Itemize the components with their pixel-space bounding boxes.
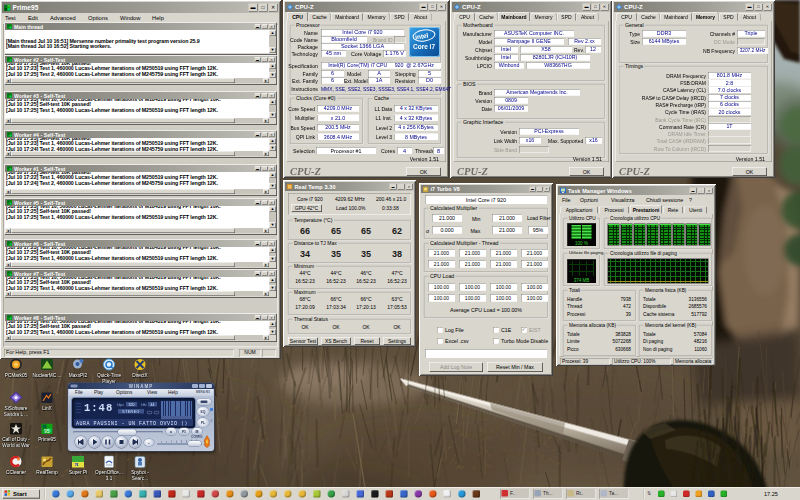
svg-text:95: 95 — [44, 428, 50, 434]
svg-text:π: π — [75, 460, 79, 468]
